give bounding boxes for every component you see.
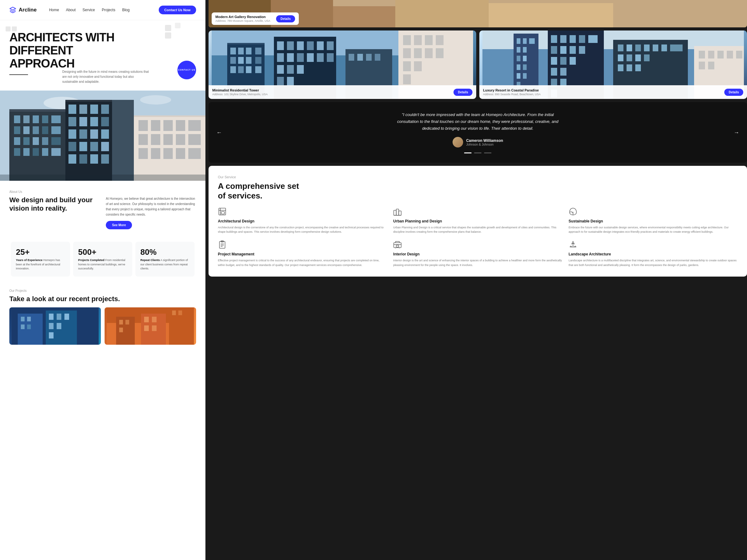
- svg-rect-39: [101, 129, 109, 139]
- top-project-details-button[interactable]: Details: [276, 15, 295, 22]
- service-interior-name: Interior Design: [393, 252, 562, 256]
- svg-rect-149: [403, 74, 411, 84]
- svg-rect-43: [101, 142, 109, 151]
- svg-rect-197: [635, 64, 641, 71]
- landscape-icon: [569, 240, 577, 249]
- testimonial-prev-button[interactable]: ←: [215, 128, 224, 137]
- svg-rect-53: [176, 120, 185, 131]
- svg-rect-7: [33, 115, 39, 123]
- stat-projects-label: Projects Completed From residential home…: [78, 258, 127, 271]
- project-card-2[interactable]: [105, 308, 196, 345]
- svg-rect-22: [33, 148, 39, 156]
- dot-3[interactable]: [484, 153, 491, 153]
- testimonial-next-button[interactable]: →: [732, 128, 741, 137]
- svg-rect-196: [626, 64, 632, 71]
- city-icon: [393, 207, 402, 216]
- svg-rect-200: [708, 51, 714, 58]
- svg-rect-105: [246, 48, 252, 54]
- service-urban: Urban Planning and Design Urban Planning…: [393, 207, 562, 234]
- hero-section: ARCHITECTS WITH DIFFERENT APPROACH Desig…: [0, 20, 205, 90]
- logo: Arcline: [9, 6, 37, 14]
- svg-rect-202: [727, 51, 733, 58]
- svg-rect-32: [69, 117, 76, 126]
- svg-rect-108: [238, 57, 244, 64]
- svg-rect-44: [69, 154, 76, 164]
- top-project-title: Modern Art Gallery Renovation: [215, 15, 273, 19]
- svg-rect-46: [90, 154, 98, 164]
- svg-rect-117: [287, 42, 294, 50]
- svg-rect-110: [255, 57, 261, 64]
- project-card-luxury-overlay: Luxury Resort in Coastal Paradise Addres…: [479, 85, 747, 99]
- project-card-luxury-info: Luxury Resort in Coastal Paradise Addres…: [483, 88, 541, 96]
- service-interior-desc: Interior design is the art and science o…: [393, 258, 562, 267]
- stat-projects: 500+ Projects Completed From residential…: [73, 242, 132, 276]
- deco-sq-2: [165, 32, 171, 38]
- svg-rect-20: [14, 148, 20, 156]
- svg-rect-33: [79, 117, 87, 126]
- cube-icon: [9, 6, 16, 14]
- svg-rect-47: [101, 154, 109, 164]
- projects-title: Take a look at our recent projects.: [9, 295, 196, 303]
- contact-badge[interactable]: CONTACT US: [177, 61, 196, 79]
- nav-blog[interactable]: Blog: [122, 8, 129, 12]
- testimonial-quote: "I couldn't be more impressed with the t…: [397, 111, 559, 132]
- svg-rect-157: [523, 47, 526, 53]
- left-panel: Arcline Home About Service Projects Blog…: [0, 0, 205, 560]
- svg-rect-189: [662, 45, 667, 51]
- about-title: We design and build your vision into rea…: [9, 196, 100, 212]
- project-card-luxury[interactable]: Luxury Resort in Coastal Paradise Addres…: [479, 30, 747, 99]
- svg-rect-6: [23, 115, 30, 123]
- svg-rect-91: [172, 311, 176, 315]
- svg-rect-12: [33, 126, 39, 134]
- svg-rect-8: [42, 115, 48, 123]
- service-management-name: Project Management: [218, 252, 387, 256]
- svg-rect-49: [134, 115, 205, 117]
- project-card-luxury-details-button[interactable]: Details: [724, 89, 743, 96]
- svg-rect-92: [178, 311, 182, 315]
- projects-grid: [9, 308, 196, 345]
- deco-sq-1: [165, 25, 171, 31]
- top-project-info: Modern Art Gallery Renovation Address: 7…: [215, 15, 273, 22]
- svg-rect-167: [560, 35, 566, 43]
- svg-rect-45: [79, 154, 87, 164]
- service-urban-name: Urban Planning and Design: [393, 219, 562, 223]
- see-more-button[interactable]: See More: [106, 221, 132, 229]
- svg-rect-154: [523, 38, 526, 44]
- services-grid: Architectural Design Architectural desig…: [218, 207, 738, 268]
- project-card-minimalist-details-button[interactable]: Details: [454, 89, 472, 96]
- navbar: Arcline Home About Service Projects Blog…: [0, 0, 205, 20]
- nav-projects[interactable]: Projects: [102, 8, 115, 12]
- svg-rect-37: [79, 129, 87, 139]
- svg-rect-13: [42, 126, 48, 134]
- service-landscape: Landscape Architecture Landscape archite…: [569, 240, 738, 267]
- nav-service[interactable]: Service: [82, 8, 95, 12]
- dot-1[interactable]: [464, 153, 471, 153]
- svg-rect-199: [699, 51, 705, 58]
- svg-rect-35: [101, 117, 109, 126]
- svg-rect-118: [297, 42, 304, 50]
- project-card-2-img: [105, 308, 196, 345]
- svg-rect-15: [14, 137, 20, 145]
- nav-links: Home About Service Projects Blog: [49, 8, 149, 12]
- service-sustainable-desc: Embrace the future with our sustainable …: [569, 225, 738, 234]
- svg-rect-88: [144, 325, 149, 331]
- page-wrapper: Arcline Home About Service Projects Blog…: [0, 0, 747, 560]
- project-card-minimalist-info: Minimalist Residential Tower Address: 10…: [212, 88, 268, 96]
- svg-rect-184: [618, 45, 623, 51]
- nav-home[interactable]: Home: [49, 8, 59, 12]
- svg-rect-120: [317, 42, 324, 50]
- svg-rect-58: [176, 134, 185, 145]
- svg-rect-64: [188, 148, 201, 159]
- svg-rect-52: [163, 120, 173, 131]
- svg-rect-75: [65, 314, 69, 320]
- svg-rect-68: [21, 317, 25, 321]
- svg-rect-123: [287, 53, 294, 62]
- contact-us-button[interactable]: Contact Us Now: [159, 6, 196, 14]
- project-card-minimalist[interactable]: Minimalist Residential Tower Address: 10…: [209, 30, 476, 99]
- dot-2[interactable]: [474, 153, 482, 153]
- svg-rect-112: [238, 66, 244, 73]
- nav-about[interactable]: About: [66, 8, 76, 12]
- svg-rect-122: [277, 53, 284, 62]
- svg-rect-10: [14, 126, 20, 134]
- project-card-1[interactable]: [9, 308, 101, 345]
